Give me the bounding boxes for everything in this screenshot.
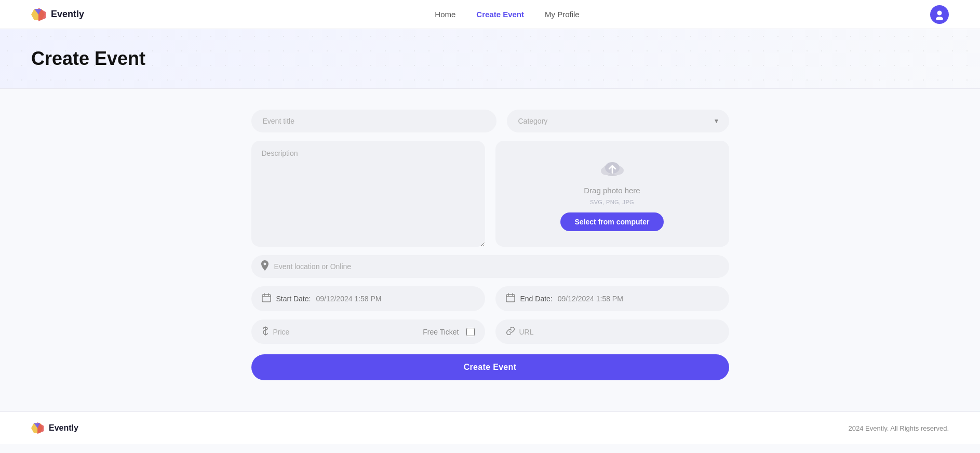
url-wrapper [495, 319, 729, 344]
dollar-icon [262, 326, 269, 337]
create-event-button[interactable]: Create Event [251, 354, 729, 380]
select-from-computer-button[interactable]: Select from computer [560, 212, 664, 231]
category-select-wrapper: Category ▼ [507, 110, 729, 132]
nav-logo[interactable]: Evently [31, 7, 84, 22]
location-row [251, 255, 729, 278]
drag-photo-text: Drag photo here [584, 186, 640, 195]
event-title-input[interactable] [251, 110, 496, 132]
end-date-value: 09/12/2024 1:58 PM [558, 295, 623, 303]
upload-box: Drag photo here SVG, PNG, JPG Select fro… [495, 141, 729, 247]
upload-formats-text: SVG, PNG, JPG [590, 199, 634, 205]
footer-copyright: 2024 Evently. All Rights reserved. [849, 424, 949, 432]
svg-point-3 [937, 10, 942, 15]
free-ticket-checkbox-wrapper [466, 328, 475, 336]
nav-create-event[interactable]: Create Event [476, 10, 524, 19]
svg-rect-9 [262, 295, 271, 302]
main-content: Category ▼ Drag photo here SVG, PNG, JPG… [241, 89, 740, 411]
title-category-row: Category ▼ [251, 110, 729, 132]
description-textarea[interactable] [251, 141, 485, 247]
price-url-row: Free Ticket [251, 319, 729, 344]
footer: Evently 2024 Evently. All Rights reserve… [0, 411, 980, 444]
free-ticket-checkbox[interactable] [466, 328, 475, 336]
navbar: Evently Home Create Event My Profile [0, 0, 980, 29]
category-select[interactable]: Category [507, 110, 729, 132]
avatar-icon [934, 9, 945, 20]
nav-my-profile[interactable]: My Profile [545, 10, 580, 19]
svg-rect-10 [506, 295, 515, 302]
hero-banner: Create Event [0, 29, 980, 89]
footer-logo-icon [31, 421, 45, 435]
nav-logo-text: Evently [51, 9, 84, 20]
location-input-wrapper [251, 255, 729, 278]
nav-home[interactable]: Home [435, 10, 455, 19]
nav-links: Home Create Event My Profile [435, 10, 579, 19]
svg-point-4 [936, 17, 943, 20]
start-date-calendar-icon [262, 293, 271, 304]
location-input[interactable] [251, 255, 729, 278]
price-wrapper: Free Ticket [251, 319, 485, 344]
description-upload-row: Drag photo here SVG, PNG, JPG Select fro… [251, 141, 729, 247]
price-input[interactable] [273, 328, 419, 336]
end-date-label: End Date: [520, 295, 553, 303]
footer-logo-text: Evently [49, 423, 78, 433]
upload-cloud-icon [599, 156, 626, 182]
end-date-calendar-icon [506, 293, 515, 304]
start-date-value: 09/12/2024 1:58 PM [316, 295, 381, 303]
page-title: Create Event [31, 48, 949, 70]
date-row: Start Date: 09/12/2024 1:58 PM End Date:… [251, 286, 729, 311]
location-pin-icon [261, 260, 269, 273]
logo-icon [31, 7, 47, 22]
user-avatar[interactable] [930, 5, 949, 24]
url-input[interactable] [519, 328, 719, 336]
start-date-wrapper[interactable]: Start Date: 09/12/2024 1:58 PM [251, 286, 485, 311]
footer-logo: Evently [31, 421, 78, 435]
free-ticket-label: Free Ticket [423, 328, 459, 336]
link-icon [506, 326, 515, 337]
start-date-label: Start Date: [276, 295, 311, 303]
end-date-wrapper[interactable]: End Date: 09/12/2024 1:58 PM [495, 286, 729, 311]
